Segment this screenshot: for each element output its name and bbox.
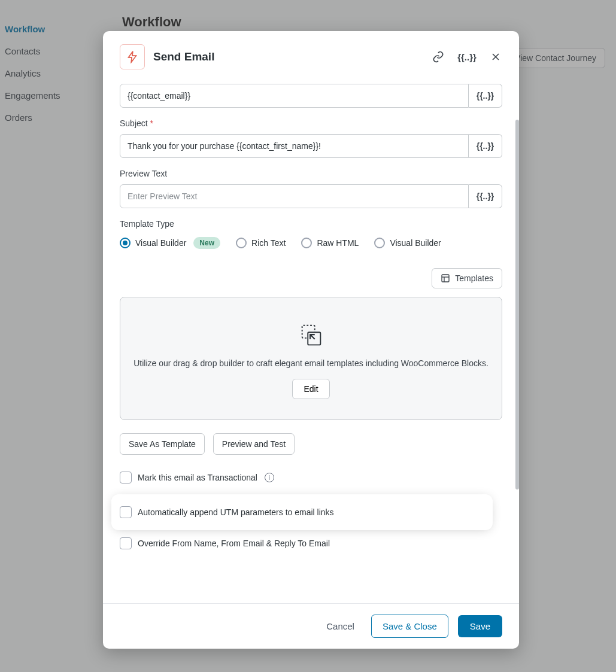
to-input[interactable] <box>120 84 469 108</box>
template-type-radios: Visual Builder New Rich Text Raw HTML Vi… <box>120 237 502 249</box>
override-checkbox-row: Override From Name, From Email & Reply T… <box>120 534 502 553</box>
save-as-template-button[interactable]: Save As Template <box>120 433 205 455</box>
override-checkbox[interactable] <box>120 537 132 549</box>
modal-title: Send Email <box>153 50 214 63</box>
transactional-checkbox-row: Mark this email as Transactional i <box>120 468 502 487</box>
save-and-close-button[interactable]: Save & Close <box>371 615 448 638</box>
subject-label: Subject * <box>120 118 502 128</box>
to-merge-button[interactable]: {{..}} <box>469 84 502 108</box>
cancel-button[interactable]: Cancel <box>319 616 362 636</box>
radio-rich-text[interactable]: Rich Text <box>236 238 286 248</box>
drag-drop-icon <box>297 321 326 350</box>
info-icon[interactable]: i <box>265 473 274 482</box>
scrollbar[interactable] <box>514 120 519 628</box>
utm-checkbox[interactable] <box>120 506 132 518</box>
utm-checkbox-row: Automatically append UTM parameters to e… <box>114 497 490 528</box>
templates-button[interactable]: Templates <box>432 268 502 288</box>
close-icon[interactable] <box>489 50 502 63</box>
link-icon[interactable] <box>432 50 445 63</box>
override-label: Override From Name, From Email & Reply T… <box>138 539 330 548</box>
subject-merge-button[interactable]: {{..}} <box>469 134 502 158</box>
save-button[interactable]: Save <box>458 615 502 637</box>
new-badge: New <box>193 237 220 249</box>
preview-text-input[interactable] <box>120 184 469 208</box>
radio-raw-html[interactable]: Raw HTML <box>301 238 359 248</box>
modal-body: {{..}} Subject * {{..}} Preview Text {{.… <box>103 77 519 603</box>
radio-visual-builder[interactable]: Visual Builder <box>374 238 441 248</box>
modal-footer: Cancel Save & Close Save <box>103 603 519 649</box>
transactional-checkbox[interactable] <box>120 472 132 484</box>
builder-description: Utilize our drag & drop builder to craft… <box>132 358 490 368</box>
edit-button[interactable]: Edit <box>292 379 329 399</box>
radio-visual-builder-new[interactable]: Visual Builder New <box>120 237 220 249</box>
scrollbar-thumb[interactable] <box>515 120 519 489</box>
utm-label: Automatically append UTM parameters to e… <box>138 507 334 517</box>
svg-rect-0 <box>442 275 449 282</box>
preview-merge-button[interactable]: {{..}} <box>469 184 502 208</box>
send-email-modal: Send Email {{..}} {{..}} Subject * {{..}… <box>103 31 519 649</box>
merge-tag-icon[interactable]: {{..}} <box>460 50 474 63</box>
bolt-icon <box>120 44 145 69</box>
subject-input[interactable] <box>120 134 469 158</box>
template-type-label: Template Type <box>120 219 502 229</box>
preview-text-label: Preview Text <box>120 169 502 178</box>
modal-header: Send Email {{..}} <box>103 31 519 77</box>
transactional-label: Mark this email as Transactional <box>138 473 257 482</box>
preview-and-test-button[interactable]: Preview and Test <box>213 433 295 455</box>
builder-placeholder: Utilize our drag & drop builder to craft… <box>120 297 502 420</box>
templates-icon <box>441 273 450 283</box>
